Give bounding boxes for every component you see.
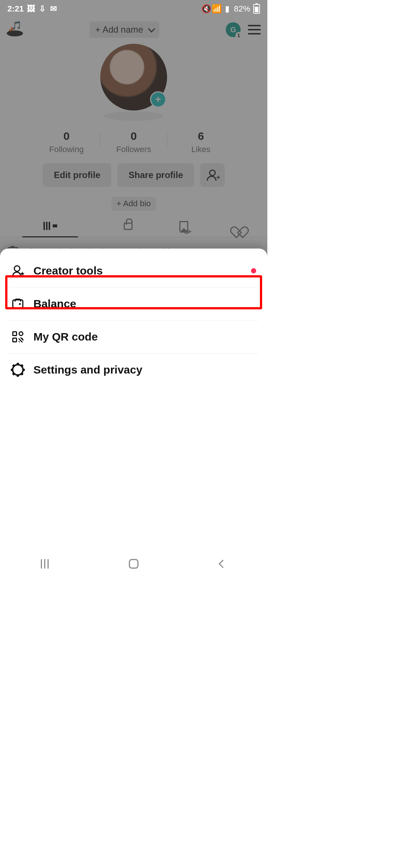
menu-qr-code[interactable]: My QR code xyxy=(9,320,258,354)
bottom-sheet: ★ Creator tools Balance My QR code Setti… xyxy=(0,249,267,579)
wifi-icon: 📶 xyxy=(213,5,221,13)
creator-icon: ★ xyxy=(12,265,23,276)
status-time: 2:21 xyxy=(7,4,24,14)
qr-icon xyxy=(12,331,23,342)
notification-dot xyxy=(251,268,256,273)
battery-pct: 82% xyxy=(234,4,250,14)
menu-balance[interactable]: Balance xyxy=(9,287,258,320)
download-icon: ⇩ xyxy=(39,5,46,13)
menu-settings-privacy[interactable]: Settings and privacy xyxy=(9,354,258,386)
menu-creator-tools[interactable]: ★ Creator tools xyxy=(9,254,258,287)
nav-home[interactable] xyxy=(127,558,140,570)
image-icon: 🖼 xyxy=(27,5,35,13)
nav-recents[interactable] xyxy=(38,558,51,570)
signal-icon: ▮ xyxy=(224,5,231,13)
status-bar: 2:21 🖼 ⇩ ✉ 🔇 📶 ▮ 82% xyxy=(0,0,267,18)
mute-icon: 🔇 xyxy=(203,5,210,13)
system-nav-bar xyxy=(0,549,267,579)
gear-icon xyxy=(12,364,24,376)
nav-back[interactable] xyxy=(216,558,229,570)
wallet-icon xyxy=(12,299,23,308)
mail-icon: ✉ xyxy=(50,5,57,13)
battery-icon xyxy=(253,4,260,14)
